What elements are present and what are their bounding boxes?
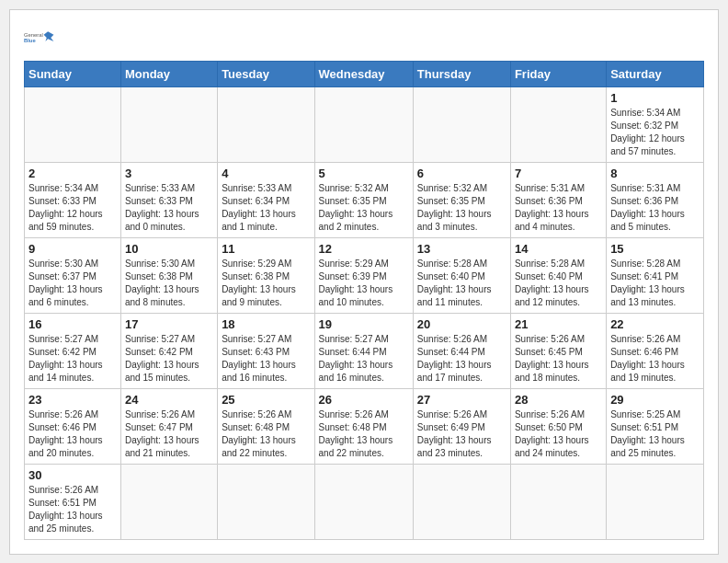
- calendar-cell: 8Sunrise: 5:31 AM Sunset: 6:36 PM Daylig…: [607, 163, 704, 238]
- day-number: 8: [610, 167, 700, 180]
- calendar-cell: 20Sunrise: 5:26 AM Sunset: 6:44 PM Dayli…: [413, 314, 510, 389]
- calendar-cell: 28Sunrise: 5:26 AM Sunset: 6:50 PM Dayli…: [510, 389, 606, 465]
- day-number: 24: [125, 393, 213, 407]
- day-info: Sunrise: 5:33 AM Sunset: 6:33 PM Dayligh…: [125, 182, 213, 234]
- calendar-week-row: 2Sunrise: 5:34 AM Sunset: 6:33 PM Daylig…: [25, 163, 704, 238]
- day-info: Sunrise: 5:28 AM Sunset: 6:40 PM Dayligh…: [417, 258, 506, 309]
- page-header: GeneralBlue: [24, 24, 704, 52]
- day-number: 12: [319, 242, 409, 256]
- calendar-cell: [314, 465, 413, 540]
- calendar-cell: [510, 87, 606, 163]
- weekday-header-tuesday: Tuesday: [218, 62, 314, 87]
- day-info: Sunrise: 5:27 AM Sunset: 6:43 PM Dayligh…: [222, 333, 310, 385]
- calendar-cell: 10Sunrise: 5:30 AM Sunset: 6:38 PM Dayli…: [120, 238, 217, 314]
- calendar-cell: [413, 87, 510, 163]
- weekday-header-friday: Friday: [510, 62, 606, 87]
- weekday-header-row: SundayMondayTuesdayWednesdayThursdayFrid…: [25, 62, 704, 87]
- weekday-header-saturday: Saturday: [607, 62, 704, 87]
- calendar-page: GeneralBlue SundayMondayTuesdayWednesday…: [9, 9, 719, 555]
- calendar-cell: 30Sunrise: 5:26 AM Sunset: 6:51 PM Dayli…: [25, 465, 121, 540]
- weekday-header-thursday: Thursday: [413, 62, 510, 87]
- day-info: Sunrise: 5:29 AM Sunset: 6:38 PM Dayligh…: [222, 258, 310, 309]
- calendar-week-row: 16Sunrise: 5:27 AM Sunset: 6:42 PM Dayli…: [25, 314, 704, 389]
- day-number: 14: [515, 242, 602, 256]
- logo-icon: GeneralBlue: [24, 24, 57, 52]
- calendar-cell: 15Sunrise: 5:28 AM Sunset: 6:41 PM Dayli…: [607, 238, 704, 314]
- day-number: 26: [319, 393, 409, 407]
- day-info: Sunrise: 5:34 AM Sunset: 6:33 PM Dayligh…: [28, 182, 117, 234]
- day-number: 1: [610, 91, 700, 105]
- day-info: Sunrise: 5:27 AM Sunset: 6:42 PM Dayligh…: [28, 333, 117, 385]
- day-info: Sunrise: 5:31 AM Sunset: 6:36 PM Dayligh…: [515, 182, 602, 234]
- svg-text:General: General: [24, 32, 43, 38]
- day-number: 7: [515, 167, 602, 180]
- calendar-cell: 1Sunrise: 5:34 AM Sunset: 6:32 PM Daylig…: [607, 87, 704, 163]
- svg-marker-2: [44, 31, 54, 41]
- day-number: 11: [222, 242, 310, 256]
- day-number: 29: [610, 393, 700, 407]
- day-info: Sunrise: 5:26 AM Sunset: 6:44 PM Dayligh…: [417, 333, 506, 385]
- calendar-cell: [218, 465, 314, 540]
- day-number: 21: [515, 317, 602, 331]
- day-number: 22: [610, 317, 700, 331]
- day-info: Sunrise: 5:28 AM Sunset: 6:40 PM Dayligh…: [515, 258, 602, 309]
- calendar-cell: [120, 465, 217, 540]
- calendar-cell: 25Sunrise: 5:26 AM Sunset: 6:48 PM Dayli…: [218, 389, 314, 465]
- day-number: 4: [222, 167, 310, 180]
- day-number: 2: [28, 167, 117, 180]
- day-info: Sunrise: 5:26 AM Sunset: 6:48 PM Dayligh…: [319, 408, 409, 460]
- calendar-cell: 14Sunrise: 5:28 AM Sunset: 6:40 PM Dayli…: [510, 238, 606, 314]
- day-info: Sunrise: 5:26 AM Sunset: 6:45 PM Dayligh…: [515, 333, 602, 385]
- day-number: 17: [125, 317, 213, 331]
- calendar-cell: 26Sunrise: 5:26 AM Sunset: 6:48 PM Dayli…: [314, 389, 413, 465]
- calendar-cell: 3Sunrise: 5:33 AM Sunset: 6:33 PM Daylig…: [120, 163, 217, 238]
- day-info: Sunrise: 5:29 AM Sunset: 6:39 PM Dayligh…: [319, 258, 409, 309]
- calendar-table: SundayMondayTuesdayWednesdayThursdayFrid…: [24, 61, 704, 540]
- weekday-header-monday: Monday: [120, 62, 217, 87]
- day-info: Sunrise: 5:26 AM Sunset: 6:48 PM Dayligh…: [222, 408, 310, 460]
- day-number: 27: [417, 393, 506, 407]
- day-info: Sunrise: 5:26 AM Sunset: 6:46 PM Dayligh…: [610, 333, 700, 385]
- calendar-cell: 22Sunrise: 5:26 AM Sunset: 6:46 PM Dayli…: [607, 314, 704, 389]
- day-number: 3: [125, 167, 213, 180]
- calendar-week-row: 23Sunrise: 5:26 AM Sunset: 6:46 PM Dayli…: [25, 389, 704, 465]
- logo: GeneralBlue: [24, 24, 57, 52]
- day-number: 23: [28, 393, 117, 407]
- day-info: Sunrise: 5:26 AM Sunset: 6:47 PM Dayligh…: [125, 408, 213, 460]
- day-number: 25: [222, 393, 310, 407]
- calendar-cell: 19Sunrise: 5:27 AM Sunset: 6:44 PM Dayli…: [314, 314, 413, 389]
- svg-text:Blue: Blue: [24, 38, 36, 43]
- calendar-cell: 27Sunrise: 5:26 AM Sunset: 6:49 PM Dayli…: [413, 389, 510, 465]
- calendar-cell: 29Sunrise: 5:25 AM Sunset: 6:51 PM Dayli…: [607, 389, 704, 465]
- calendar-cell: 16Sunrise: 5:27 AM Sunset: 6:42 PM Dayli…: [25, 314, 121, 389]
- day-info: Sunrise: 5:27 AM Sunset: 6:44 PM Dayligh…: [319, 333, 409, 385]
- day-info: Sunrise: 5:33 AM Sunset: 6:34 PM Dayligh…: [222, 182, 310, 234]
- day-info: Sunrise: 5:32 AM Sunset: 6:35 PM Dayligh…: [319, 182, 409, 234]
- day-info: Sunrise: 5:32 AM Sunset: 6:35 PM Dayligh…: [417, 182, 506, 234]
- calendar-cell: [120, 87, 217, 163]
- day-number: 13: [417, 242, 506, 256]
- day-info: Sunrise: 5:28 AM Sunset: 6:41 PM Dayligh…: [610, 258, 700, 309]
- calendar-cell: 21Sunrise: 5:26 AM Sunset: 6:45 PM Dayli…: [510, 314, 606, 389]
- calendar-cell: 7Sunrise: 5:31 AM Sunset: 6:36 PM Daylig…: [510, 163, 606, 238]
- day-number: 19: [319, 317, 409, 331]
- day-info: Sunrise: 5:26 AM Sunset: 6:49 PM Dayligh…: [417, 408, 506, 460]
- day-number: 30: [28, 468, 117, 482]
- day-info: Sunrise: 5:30 AM Sunset: 6:37 PM Dayligh…: [28, 258, 117, 309]
- day-info: Sunrise: 5:26 AM Sunset: 6:51 PM Dayligh…: [28, 484, 117, 535]
- day-number: 5: [319, 167, 409, 180]
- calendar-cell: [607, 465, 704, 540]
- day-number: 10: [125, 242, 213, 256]
- calendar-cell: 23Sunrise: 5:26 AM Sunset: 6:46 PM Dayli…: [25, 389, 121, 465]
- day-info: Sunrise: 5:26 AM Sunset: 6:46 PM Dayligh…: [28, 408, 117, 460]
- calendar-cell: 24Sunrise: 5:26 AM Sunset: 6:47 PM Dayli…: [120, 389, 217, 465]
- day-info: Sunrise: 5:34 AM Sunset: 6:32 PM Dayligh…: [610, 107, 700, 158]
- day-info: Sunrise: 5:26 AM Sunset: 6:50 PM Dayligh…: [515, 408, 602, 460]
- calendar-cell: [413, 465, 510, 540]
- day-number: 15: [610, 242, 700, 256]
- weekday-header-wednesday: Wednesday: [314, 62, 413, 87]
- calendar-cell: 13Sunrise: 5:28 AM Sunset: 6:40 PM Dayli…: [413, 238, 510, 314]
- day-number: 6: [417, 167, 506, 180]
- calendar-cell: 9Sunrise: 5:30 AM Sunset: 6:37 PM Daylig…: [25, 238, 121, 314]
- calendar-week-row: 1Sunrise: 5:34 AM Sunset: 6:32 PM Daylig…: [25, 87, 704, 163]
